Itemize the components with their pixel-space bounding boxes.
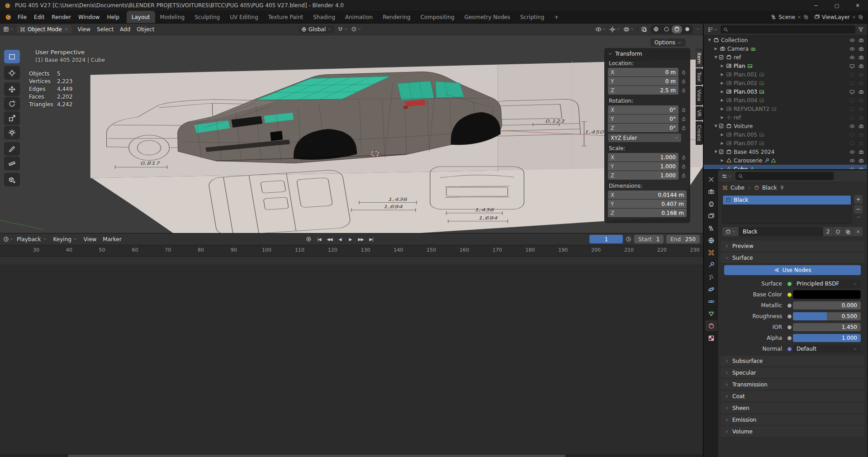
properties-tab-world[interactable] (705, 235, 717, 246)
surface-section-header[interactable]: Surface (721, 252, 864, 263)
material-users-button[interactable]: 2 (823, 227, 833, 236)
material-slot-list[interactable]: Black (722, 195, 851, 224)
workspace-tab-shading[interactable]: Shading (308, 11, 340, 23)
properties-tab-material[interactable] (705, 320, 717, 331)
use-nodes-button[interactable]: Use Nodes (724, 265, 861, 275)
outliner-row-voiture[interactable]: ▼Voiture (704, 122, 867, 130)
outliner-row-plan[interactable]: ▶Plan (704, 62, 867, 70)
chevron-down-icon[interactable] (357, 27, 361, 31)
outliner-row-ref[interactable]: ▶ref (704, 113, 867, 122)
expand-arrow-icon[interactable]: ▶ (719, 64, 725, 68)
transform-dimensions--y-field[interactable]: Y0.407 m (608, 200, 687, 208)
sidebar-tab-view[interactable]: View (696, 86, 703, 105)
viewport-3d[interactable]: 0,8171,4361,6941,4361,6940,1231,450 User… (0, 35, 703, 233)
workspace-tab-geometry-nodes[interactable]: Geometry Nodes (460, 11, 515, 23)
clock-icon[interactable] (626, 236, 631, 242)
base-color-swatch[interactable] (793, 290, 861, 299)
shading-solid-button[interactable] (661, 25, 672, 33)
lock-toggle[interactable] (680, 88, 687, 93)
camera-icon[interactable] (859, 158, 864, 163)
metallic-slider[interactable]: 0.000 (793, 301, 861, 309)
outliner-row-base-405-2024[interactable]: ▼Base 405 2024 (704, 148, 867, 156)
copy-icon[interactable] (858, 14, 863, 19)
timeline-scrollbar-thumb[interactable] (68, 455, 565, 457)
prop-circle-icon[interactable] (351, 26, 357, 32)
play-button[interactable]: ▶ (346, 235, 355, 243)
lock-toggle[interactable] (680, 116, 687, 121)
eye-icon[interactable] (849, 38, 855, 43)
camera-icon[interactable] (859, 106, 864, 112)
chevron-down-icon[interactable] (696, 27, 700, 31)
editor-type-button[interactable] (3, 26, 14, 32)
unlink-material-button[interactable] (853, 227, 863, 236)
properties-tab-particles[interactable] (705, 271, 717, 282)
funnel-icon[interactable] (858, 27, 863, 32)
3d-scene[interactable]: 0,8171,4361,6941,4361,6940,1231,450 (0, 35, 703, 233)
lock-toggle[interactable] (680, 107, 687, 112)
monitor-icon[interactable] (849, 132, 855, 138)
eye-icon[interactable] (849, 55, 855, 60)
outliner-row-refvolant2[interactable]: ▶REFVOLANT2 (704, 105, 867, 113)
eye-icon[interactable] (849, 46, 855, 52)
outliner-row-ref[interactable]: ▼ref (704, 53, 867, 62)
properties-tab-modifiers[interactable] (705, 259, 717, 270)
camera-icon[interactable] (859, 72, 864, 77)
fake-user-button[interactable] (833, 227, 843, 236)
viewport-menu-view[interactable]: View (75, 26, 94, 33)
remove-slot-button[interactable] (854, 205, 863, 214)
tool-select-box[interactable] (4, 50, 20, 63)
monitor-icon[interactable] (849, 72, 855, 77)
breadcrumb-material[interactable]: Black (762, 185, 777, 191)
proportional-edit-toggle[interactable] (351, 26, 361, 32)
workspace-tab-sculpting[interactable]: Sculpting (190, 11, 225, 23)
breadcrumb-object[interactable]: Cube (730, 185, 745, 191)
outliner-search-input[interactable] (721, 25, 855, 33)
expand-arrow-icon[interactable]: ▼ (713, 55, 719, 59)
properties-tab-object[interactable] (705, 247, 717, 258)
add-slot-button[interactable] (854, 195, 863, 204)
normal-dropdown[interactable]: Default (793, 345, 861, 353)
camera-icon[interactable] (859, 38, 864, 43)
surface-dropdown[interactable]: Principled BSDF (793, 280, 861, 288)
tool-move[interactable] (4, 82, 20, 96)
sheen-section-header[interactable]: Sheen (721, 403, 864, 413)
monitor-icon[interactable] (849, 98, 855, 103)
eye-icon[interactable] (849, 158, 855, 163)
outliner-row-plan-003[interactable]: ▶Plan.003 (704, 87, 867, 96)
timeline-editor-type-button[interactable] (3, 236, 14, 242)
jump-first-button[interactable]: |◀ (314, 235, 324, 243)
tool-measure[interactable] (4, 157, 20, 170)
workspace-tab-layout[interactable]: Layout (127, 11, 155, 23)
close-icon[interactable] (797, 15, 802, 19)
lock-toggle[interactable] (680, 125, 687, 130)
new-material-button[interactable] (843, 227, 853, 236)
jump-last-button[interactable]: ▶| (366, 235, 376, 243)
camera-icon[interactable] (859, 81, 864, 86)
camera-icon[interactable] (859, 141, 864, 146)
monitor-icon[interactable] (849, 115, 855, 120)
transform-location--y-field[interactable]: Y0 m (608, 77, 678, 86)
tool-cursor-tool[interactable] (4, 66, 20, 80)
chevron-down-icon[interactable] (608, 52, 612, 56)
tool-scale[interactable] (4, 111, 20, 125)
close-icon[interactable] (852, 15, 856, 19)
camera-icon[interactable] (859, 98, 864, 103)
camera-icon[interactable] (859, 115, 864, 120)
outliner-row-carosserie[interactable]: ▶Carosserie (704, 156, 867, 165)
lock-toggle[interactable] (680, 155, 687, 160)
lock-toggle[interactable] (680, 79, 687, 84)
expand-arrow-icon[interactable]: ▶ (719, 90, 725, 94)
frame-end-field[interactable]: End 250 (666, 235, 700, 243)
play-reverse-button[interactable]: ◀ (335, 235, 345, 243)
expand-arrow-icon[interactable]: ▼ (707, 38, 712, 42)
blender-menu-icon[interactable] (3, 14, 14, 20)
outliner-row-cube[interactable]: ▶Cube (704, 165, 867, 169)
outliner-row-collection[interactable]: ▼Collection (704, 36, 867, 44)
material-name-field[interactable]: Black (739, 227, 823, 236)
tool-transform[interactable] (4, 126, 20, 139)
transform-rotation--z-field[interactable]: Z0° (608, 124, 678, 132)
scene-icon[interactable] (771, 14, 777, 20)
properties-tab-scene[interactable] (705, 223, 717, 233)
frame-start-field[interactable]: Start 1 (634, 235, 664, 243)
snap-toggle[interactable] (337, 26, 348, 32)
